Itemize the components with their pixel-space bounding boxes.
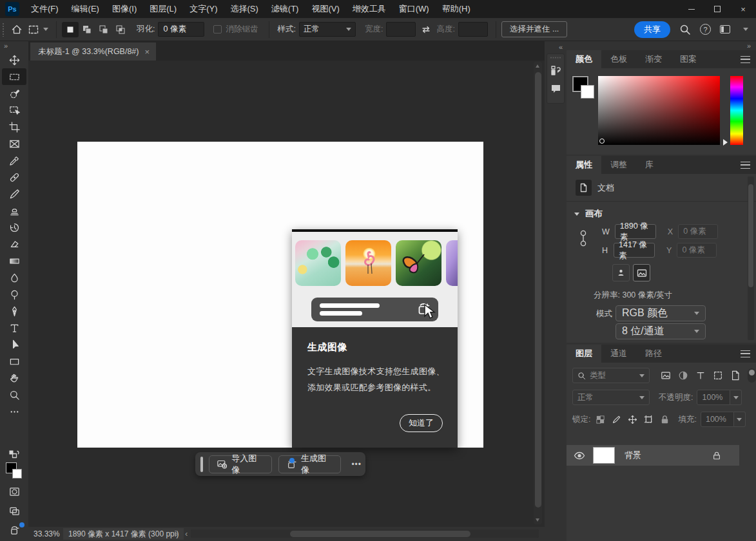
properties-scrollbar[interactable] (748, 176, 754, 340)
layer-row-background[interactable]: 背景 (567, 445, 739, 466)
style-select[interactable]: 正常 (299, 22, 356, 37)
hue-slider-marker[interactable] (723, 139, 728, 146)
screen-mode-button[interactable] (2, 502, 26, 519)
tab-libraries[interactable]: 库 (636, 156, 663, 174)
menu-help[interactable]: 帮助(H) (436, 0, 477, 18)
rectangle-tool[interactable] (2, 353, 26, 370)
layer-filter-select[interactable]: 类型 (572, 368, 650, 383)
blend-mode-select[interactable]: 正常 (572, 390, 650, 405)
canvas-section-header[interactable]: 画布 (574, 208, 603, 220)
lock-pixels-icon[interactable] (612, 415, 621, 424)
vertical-scrollbar[interactable] (534, 62, 542, 524)
edit-toolbar-button[interactable] (2, 403, 26, 420)
scroll-up-arrow[interactable] (536, 64, 539, 68)
color-mode-select[interactable]: RGB 颜色 (615, 305, 706, 321)
quick-mask-button[interactable] (2, 483, 26, 500)
tab-patterns[interactable]: 图案 (671, 50, 706, 68)
clone-stamp-tool[interactable] (2, 202, 26, 219)
share-button[interactable]: 共享 (634, 21, 670, 38)
landscape-orientation-button[interactable] (633, 264, 650, 281)
gradient-tool[interactable] (2, 252, 26, 269)
lock-position-icon[interactable] (628, 415, 637, 424)
filter-adjustment-icon[interactable] (678, 370, 688, 381)
menu-image[interactable]: 图像(I) (106, 0, 143, 18)
minimize-button[interactable] (679, 0, 704, 18)
tab-adjustments[interactable]: 调整 (601, 156, 636, 174)
menu-window[interactable]: 窗口(W) (393, 0, 436, 18)
filter-type-icon[interactable] (695, 370, 706, 381)
document-info[interactable]: 1890 像素 x 1417 像素 (300 ppi) (63, 528, 184, 540)
type-tool[interactable] (2, 319, 26, 336)
history-brush-tool[interactable] (2, 219, 26, 236)
layer-visibility-eye-icon[interactable] (574, 451, 585, 460)
filter-shape-icon[interactable] (713, 370, 723, 381)
brush-tool[interactable] (2, 185, 26, 202)
eyedropper-tool[interactable] (2, 152, 26, 169)
got-it-button[interactable]: 知道了 (400, 414, 443, 432)
workspace-icon[interactable] (720, 25, 730, 33)
dock-collapse-chevron[interactable]: « (545, 41, 567, 51)
generate-image-tool-button[interactable] (2, 522, 26, 538)
frame-tool[interactable] (2, 135, 26, 152)
scroll-down-arrow[interactable] (536, 518, 539, 522)
canvas-width-input[interactable]: 1890 像素 (615, 224, 656, 239)
horizontal-scrollbar-thumb[interactable] (290, 531, 470, 537)
antialias-checkbox[interactable] (213, 25, 222, 33)
new-selection-button[interactable] (62, 22, 79, 37)
subtract-from-selection-button[interactable] (95, 22, 112, 37)
background-color-swatch[interactable] (12, 469, 22, 479)
generate-image-button[interactable]: 生成图像 (278, 455, 342, 473)
link-dimensions-icon[interactable] (579, 228, 588, 250)
status-next-icon[interactable]: › (175, 529, 178, 538)
color-field-marker[interactable] (599, 138, 605, 144)
tab-color[interactable]: 颜色 (567, 50, 601, 68)
tab-paths[interactable]: 路径 (636, 345, 671, 363)
foreground-background-swatches[interactable] (5, 462, 24, 480)
panel-menu-icon[interactable] (741, 162, 750, 169)
dodge-tool[interactable] (2, 286, 26, 303)
filter-image-icon[interactable] (661, 370, 671, 381)
eraser-tool[interactable] (2, 236, 26, 252)
spot-healing-brush-tool[interactable] (2, 169, 26, 185)
import-image-button[interactable]: 导入图像 (209, 455, 272, 473)
fill-dropdown[interactable] (734, 412, 746, 427)
help-icon[interactable]: ? (700, 24, 711, 35)
tab-gradients[interactable]: 渐变 (636, 50, 671, 68)
saturation-brightness-field[interactable] (598, 76, 720, 145)
menu-filter[interactable]: 滤镜(T) (265, 0, 305, 18)
zoom-level[interactable]: 33.33% (34, 529, 60, 538)
properties-scrollbar-thumb[interactable] (748, 184, 753, 287)
crop-tool[interactable] (2, 119, 26, 135)
hue-slider[interactable] (730, 76, 743, 145)
move-tool[interactable] (2, 52, 26, 68)
width-input[interactable] (386, 22, 416, 37)
tab-channels[interactable]: 通道 (601, 345, 636, 363)
opacity-input[interactable]: 100% (697, 390, 730, 405)
toolbar-expand-chevron[interactable]: » (0, 41, 8, 52)
search-icon[interactable] (679, 24, 691, 35)
intersect-selection-button[interactable] (112, 22, 129, 37)
home-button[interactable] (11, 24, 23, 35)
select-and-mask-button[interactable]: 选择并遮住 ... (501, 21, 567, 37)
swap-colors-icon[interactable] (8, 450, 20, 460)
feather-input[interactable]: 0 像素 (158, 22, 204, 37)
tab-layers[interactable]: 图层 (567, 345, 601, 363)
panel-menu-icon[interactable] (741, 350, 750, 357)
canvas-height-input[interactable]: 1417 像素 (614, 243, 655, 258)
options-bar-grip[interactable] (2, 23, 5, 37)
hand-tool[interactable] (2, 370, 26, 386)
maximize-button[interactable] (704, 0, 730, 18)
menu-plugins[interactable]: 增效工具 (346, 0, 393, 18)
tool-preset-picker[interactable] (28, 24, 48, 35)
fill-input[interactable]: 100% (701, 412, 734, 427)
menu-view[interactable]: 视图(V) (305, 0, 345, 18)
vertical-scrollbar-thumb[interactable] (535, 72, 541, 508)
background-color-swatch[interactable] (581, 85, 594, 99)
menu-layer[interactable]: 图层(L) (143, 0, 183, 18)
pen-tool[interactable] (2, 303, 26, 319)
height-input[interactable] (458, 22, 488, 37)
selection-brush-tool[interactable] (2, 85, 26, 102)
opacity-dropdown[interactable] (730, 390, 742, 405)
status-prev-icon[interactable]: ‹ (185, 529, 188, 538)
lock-all-icon[interactable] (660, 415, 670, 424)
